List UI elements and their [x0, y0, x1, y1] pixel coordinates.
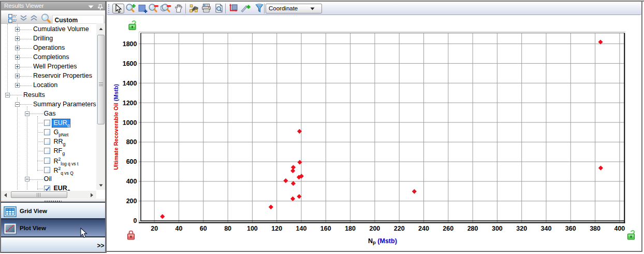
svg-text:120: 120 [271, 225, 282, 232]
svg-text:1800: 1800 [123, 40, 137, 48]
svg-text:140: 140 [296, 225, 307, 232]
svg-text:600: 600 [126, 158, 137, 165]
svg-text:340: 340 [541, 225, 552, 232]
svg-text:360: 360 [565, 225, 576, 232]
svg-text:1600: 1600 [123, 60, 137, 67]
svg-text:60: 60 [200, 225, 207, 232]
svg-text:1400: 1400 [123, 80, 137, 87]
svg-text:Np (Mstb): Np (Mstb) [368, 237, 397, 246]
svg-text:380: 380 [590, 225, 601, 232]
svg-text:260: 260 [443, 225, 453, 232]
svg-text:160: 160 [320, 225, 331, 232]
svg-text:300: 300 [492, 225, 503, 232]
svg-text:1000: 1000 [123, 119, 137, 126]
svg-text:280: 280 [467, 225, 478, 232]
svg-text:0: 0 [134, 217, 137, 224]
svg-text:180: 180 [345, 225, 356, 232]
svg-text:1200: 1200 [123, 100, 137, 107]
svg-text:100: 100 [247, 225, 258, 232]
svg-text:240: 240 [418, 225, 429, 232]
svg-text:400: 400 [614, 225, 625, 232]
svg-text:400: 400 [126, 178, 137, 185]
svg-text:Ultimate Recoverable Oil (Mstb: Ultimate Recoverable Oil (Mstb) [113, 84, 119, 170]
svg-text:40: 40 [175, 225, 183, 232]
svg-text:80: 80 [224, 225, 231, 232]
svg-text:320: 320 [516, 225, 527, 232]
svg-text:20: 20 [151, 225, 158, 232]
svg-text:220: 220 [394, 225, 405, 232]
svg-text:200: 200 [369, 225, 380, 232]
svg-text:200: 200 [126, 197, 137, 205]
svg-text:800: 800 [126, 138, 137, 146]
